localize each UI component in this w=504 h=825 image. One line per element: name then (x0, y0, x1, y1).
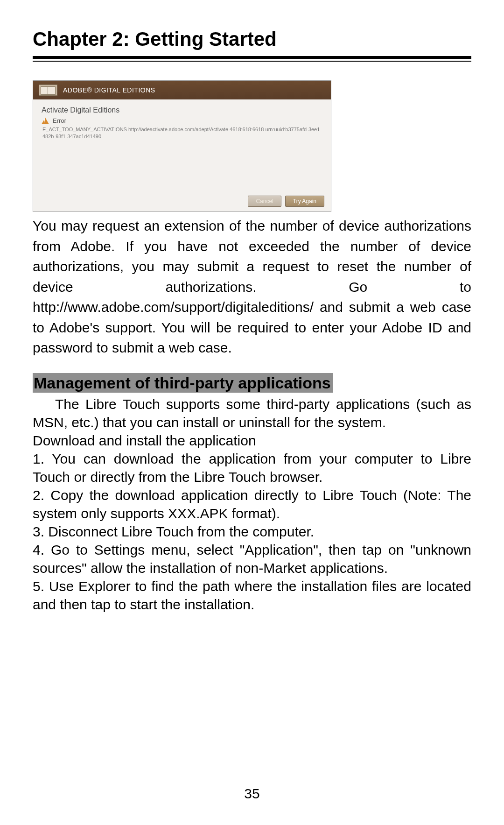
paragraph-after-screenshot: You may request an extension of the numb… (33, 216, 471, 358)
warning-icon (42, 118, 49, 124)
screenshot-button-row: Cancel Try Again (248, 196, 324, 207)
adobe-digital-editions-screenshot: ADOBE® DIGITAL EDITIONS Activate Digital… (33, 80, 331, 212)
download-subheading: Download and install the application (33, 431, 471, 450)
header-rule-thick (33, 56, 471, 59)
section-intro: The Libre Touch supports some third-part… (33, 395, 471, 431)
header-rule-thin (33, 61, 471, 62)
try-again-button[interactable]: Try Again (285, 196, 324, 207)
screenshot-error-text: E_ACT_TOO_MANY_ACTIVATIONS http://adeact… (42, 126, 322, 141)
page-number: 35 (0, 786, 504, 802)
screenshot-body: Activate Digital Editions Error E_ACT_TO… (33, 99, 331, 212)
section-heading: Management of third-party applications (33, 373, 333, 393)
screenshot-error-row: Error (42, 117, 322, 124)
step-3: 3. Disconnect Libre Touch from the compu… (33, 522, 471, 541)
step-2: 2. Copy the download application directl… (33, 486, 471, 522)
cancel-button[interactable]: Cancel (248, 196, 281, 207)
screenshot-error-label: Error (53, 117, 66, 124)
library-icon (39, 85, 57, 96)
step-4: 4. Go to Settings menu, select "Applicat… (33, 541, 471, 577)
screenshot-header: ADOBE® DIGITAL EDITIONS (33, 81, 331, 99)
chapter-title: Chapter 2: Getting Started (33, 28, 471, 50)
screenshot-dialog-title: Activate Digital Editions (42, 106, 322, 114)
step-1: 1. You can download the application from… (33, 450, 471, 486)
step-5: 5. Use Explorer to find the path where t… (33, 577, 471, 613)
screenshot-app-title: ADOBE® DIGITAL EDITIONS (63, 86, 155, 94)
